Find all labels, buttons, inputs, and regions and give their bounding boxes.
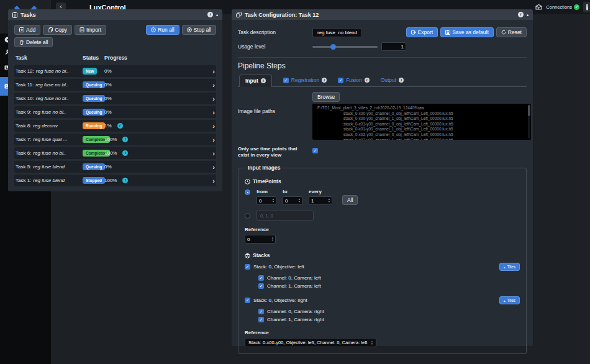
channel-checkbox[interactable]: ✓ bbox=[258, 317, 264, 322]
session-button[interactable] bbox=[583, 2, 590, 12]
reset-button[interactable]: Reset bbox=[496, 27, 527, 37]
tiles-button[interactable]: ▴ Tiles bbox=[499, 263, 520, 271]
channel-label: Channel: 1, Camera: right bbox=[267, 317, 324, 322]
task-row[interactable]: Task 6:reg fuse no bl.. Completed 100%i … bbox=[14, 147, 216, 159]
stack-group-right: ✓ Stack: 0, Objective: right ▴ Tiles ✓ C… bbox=[245, 296, 520, 322]
task-row[interactable]: Task 10:reg fuse no bl.. Queuing 0% › bbox=[14, 93, 216, 104]
add-button[interactable]: Add bbox=[14, 25, 40, 35]
chevron-right-icon[interactable]: › bbox=[207, 136, 215, 143]
stop-all-button[interactable]: Stop all bbox=[182, 25, 216, 35]
run-all-button[interactable]: Run all bbox=[146, 25, 179, 35]
spinner-icon[interactable]: ▴▾ bbox=[329, 198, 330, 202]
tiles-button[interactable]: ▴ Tiles bbox=[499, 296, 520, 304]
stack-right-checkbox[interactable]: ✓ bbox=[245, 298, 250, 303]
stack-left-label: Stack: 0, Objective: left bbox=[253, 264, 304, 270]
spinner-icon[interactable]: ▴▾ bbox=[299, 198, 300, 202]
chevron-right-icon[interactable]: › bbox=[207, 95, 215, 102]
tab-output-info-icon[interactable]: i bbox=[399, 78, 404, 83]
fusion-checkbox[interactable]: ✓ bbox=[338, 78, 343, 83]
task-row[interactable]: Task 5:reg fuse blend Queuing 0% › bbox=[14, 161, 216, 173]
chevron-right-icon[interactable]: › bbox=[207, 150, 215, 157]
import-button[interactable]: Import bbox=[75, 25, 106, 35]
tab-fusion-info-icon[interactable]: i bbox=[365, 78, 370, 83]
progress-info-icon[interactable]: i bbox=[122, 150, 128, 156]
chevron-right-icon[interactable]: › bbox=[207, 68, 215, 75]
save-as-default-button[interactable]: Save as default bbox=[440, 27, 494, 37]
delete-all-button[interactable]: Delete all bbox=[14, 37, 53, 47]
reference-select[interactable]: Stack: 0-x00-y00, Objective: left, Chann… bbox=[245, 338, 376, 347]
task-id: Task 7: bbox=[16, 137, 31, 142]
config-collapse-icon[interactable]: ▴ bbox=[527, 12, 529, 17]
tab-fusion[interactable]: ✓ Fusion i bbox=[338, 75, 370, 86]
custom-timepoints-input[interactable] bbox=[256, 211, 314, 221]
tasks-panel-header: Tasks i ▴ bbox=[8, 9, 222, 20]
channel-checkbox[interactable]: ✓ bbox=[258, 283, 264, 289]
chevron-right-icon[interactable]: › bbox=[207, 81, 215, 89]
export-button[interactable]: Export bbox=[406, 27, 438, 37]
image-file-paths-label: Image file paths bbox=[238, 92, 312, 140]
timepoints-reference-input[interactable]: ▴▾ bbox=[245, 235, 276, 243]
usage-level-slider[interactable] bbox=[312, 43, 378, 50]
tasks-collapse-icon[interactable]: ▴ bbox=[216, 12, 218, 17]
configuration-icon bbox=[236, 12, 242, 17]
task-row[interactable]: Task 1:reg fuse blend Stopped 100%i › bbox=[14, 175, 216, 186]
paths-scrollbar[interactable] bbox=[528, 105, 530, 139]
task-row[interactable]: Task 11:reg fuse no bl.. Queuing 0% › bbox=[14, 79, 216, 91]
task-desc: reg fuse no bl.. bbox=[36, 68, 69, 74]
every-value[interactable] bbox=[311, 198, 329, 204]
tab-output[interactable]: Output i bbox=[381, 75, 404, 86]
progress-info-icon[interactable]: i bbox=[122, 137, 128, 142]
only-use-timepoints-checkbox[interactable]: ✓ bbox=[312, 148, 318, 153]
tab-input[interactable]: Input i bbox=[239, 75, 272, 87]
progress-info-icon[interactable]: i bbox=[122, 178, 128, 183]
tasks-icon bbox=[12, 12, 17, 18]
task-row[interactable]: Task 9:reg fuse no bl.. Queuing 0% › bbox=[14, 106, 216, 118]
progress-value: 100% bbox=[104, 150, 117, 156]
col-status: Status bbox=[83, 55, 104, 61]
task-row[interactable]: Task 12:reg fuse no bl.. New 0% › bbox=[14, 65, 216, 77]
connections-status[interactable]: Connections ✓ bbox=[546, 4, 579, 10]
export-icon bbox=[411, 30, 416, 35]
chevron-right-icon[interactable]: › bbox=[207, 122, 215, 130]
image-file-paths-box[interactable]: F:/TD1_Moni_plant_3_vtiles_2_rot\2020-02… bbox=[312, 104, 531, 140]
stack-right-label: Stack: 0, Objective: right bbox=[253, 298, 307, 303]
timepoints-range-radio[interactable] bbox=[245, 189, 250, 195]
spinner-icon[interactable]: ▴▾ bbox=[273, 198, 274, 202]
every-input[interactable]: ▴▾ bbox=[309, 196, 332, 205]
slider-thumb[interactable] bbox=[330, 44, 336, 50]
paths-scrollbar-thumb[interactable] bbox=[528, 105, 530, 116]
timepoints-custom-radio[interactable] bbox=[245, 213, 250, 219]
config-info-icon[interactable]: i bbox=[518, 12, 524, 17]
progress-info-icon[interactable]: i bbox=[117, 123, 123, 129]
tab-label: Registration bbox=[291, 77, 319, 83]
task-row[interactable]: Task 7:reg fuse qual ... Completed 100%i… bbox=[14, 134, 216, 145]
tab-registration-info-icon[interactable]: i bbox=[322, 78, 327, 83]
tab-input-info-icon[interactable]: i bbox=[261, 78, 266, 83]
timepoints-reference-value[interactable] bbox=[247, 237, 272, 242]
registration-checkbox[interactable]: ✓ bbox=[283, 78, 289, 83]
task-row[interactable]: Task 8:reg deconv Running 1%i › bbox=[14, 120, 216, 132]
copy-button[interactable]: Copy bbox=[43, 25, 72, 35]
to-value[interactable] bbox=[285, 198, 299, 204]
from-value[interactable] bbox=[259, 198, 273, 204]
all-button[interactable]: All bbox=[342, 195, 358, 205]
channel-checkbox[interactable]: ✓ bbox=[258, 275, 264, 281]
thermometer-icon bbox=[586, 4, 589, 11]
task-description-input[interactable] bbox=[312, 28, 362, 37]
chevron-right-icon[interactable]: › bbox=[207, 109, 215, 116]
tab-registration[interactable]: ✓ Registration i bbox=[283, 75, 327, 86]
usage-level-input[interactable] bbox=[381, 42, 406, 51]
channel-checkbox[interactable]: ✓ bbox=[258, 309, 264, 314]
chevron-right-icon[interactable]: › bbox=[207, 177, 215, 184]
status-badge: Queuing bbox=[83, 163, 105, 170]
stacks-label: Stacks bbox=[253, 252, 270, 258]
status-badge: Queuing bbox=[83, 109, 105, 116]
chevron-right-icon[interactable]: › bbox=[207, 163, 215, 171]
to-input[interactable]: ▴▾ bbox=[283, 196, 302, 205]
spinner-icon[interactable]: ▴▾ bbox=[272, 237, 273, 241]
from-input[interactable]: ▴▾ bbox=[256, 196, 276, 205]
stack-left-checkbox[interactable]: ✓ bbox=[245, 264, 250, 270]
usage-level-value[interactable] bbox=[384, 44, 404, 50]
browse-button[interactable]: Browse bbox=[312, 92, 340, 102]
tasks-info-icon[interactable]: i bbox=[207, 12, 213, 17]
